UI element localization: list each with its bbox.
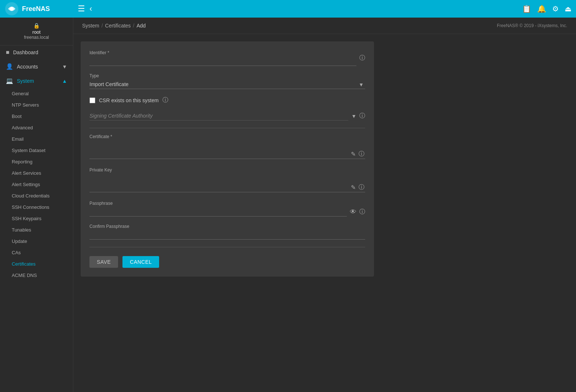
sidebar-item-cas[interactable]: CAs <box>6 247 73 258</box>
passphrase-help-icon[interactable]: ⓘ <box>359 208 365 216</box>
form-divider-2 <box>89 247 365 247</box>
topbar-icons: 📋 🔔 ⚙ ⏏ <box>522 4 572 13</box>
sidebar-item-update[interactable]: Update <box>6 236 73 247</box>
sidebar-item-dashboard[interactable]: ■ Dashboard <box>0 45 73 59</box>
sidebar-item-alert-services[interactable]: Alert Services <box>6 167 73 179</box>
private-key-textarea[interactable] <box>89 174 365 192</box>
signing-ca-arrow-icon: ▼ <box>351 113 356 119</box>
system-expand-icon: ▲ <box>62 78 67 84</box>
sidebar-item-ssh-keypairs[interactable]: SSH Keypairs <box>6 213 73 224</box>
sidebar-item-cloud-credentials[interactable]: Cloud Credentials <box>6 190 73 201</box>
lock-icon: 🔒 <box>33 23 40 29</box>
cancel-button[interactable]: CANCEL <box>122 256 159 268</box>
passphrase-row: 👁︎ ⓘ <box>89 207 365 217</box>
private-key-textarea-wrapper: ✎ ⓘ <box>89 174 365 193</box>
dashboard-icon: ■ <box>6 49 10 56</box>
certificate-actions: ✎ ⓘ <box>350 149 365 159</box>
sidebar: 🔒 root freenas.local ■ Dashboard 👤 Accou… <box>0 18 73 392</box>
certificate-textarea-wrapper: ✎ ⓘ <box>89 141 365 160</box>
sidebar-item-dashboard-label: Dashboard <box>13 49 38 55</box>
sidebar-item-reporting[interactable]: Reporting <box>6 156 73 167</box>
breadcrumb-bar: System / Certificates / Add FreeNAS® © 2… <box>73 18 576 34</box>
sidebar-item-advanced[interactable]: Advanced <box>6 122 73 133</box>
certificate-help-icon[interactable]: ⓘ <box>358 149 365 159</box>
sidebar-item-ssh-connections[interactable]: SSH Connections <box>6 201 73 213</box>
csr-label: CSR exists on this system <box>99 97 159 103</box>
signing-ca-select[interactable]: Signing Certificate Authority <box>89 111 348 121</box>
breadcrumb-certificates[interactable]: Certificates <box>105 23 131 29</box>
sidebar-item-accounts[interactable]: 👤 Accounts ▼ <box>0 59 73 74</box>
confirm-passphrase-input[interactable] <box>89 230 365 240</box>
breadcrumb-sep-2: / <box>133 23 135 29</box>
sidebar-item-tunables[interactable]: Tunables <box>6 224 73 236</box>
private-key-label: Private Key <box>89 167 365 173</box>
menu-icon[interactable]: ☰ <box>78 4 85 14</box>
accounts-expand-icon: ▼ <box>62 64 67 70</box>
certificate-textarea[interactable] <box>89 141 365 159</box>
private-key-group: Private Key ✎ ⓘ <box>89 167 365 193</box>
sidebar-item-system[interactable]: 💻 System ▲ <box>0 74 73 88</box>
signing-ca-row: Signing Certificate Authority ▼ ⓘ <box>89 111 365 121</box>
content-area: System / Certificates / Add FreeNAS® © 2… <box>73 18 576 392</box>
confirm-passphrase-label: Confirm Passphrase <box>89 224 365 229</box>
type-select-wrapper: Import Certificate Internal Certificate … <box>89 80 365 89</box>
breadcrumb-system[interactable]: System <box>82 23 99 29</box>
passphrase-eye-icon[interactable]: 👁︎ <box>350 208 356 216</box>
sidebar-item-email[interactable]: Email <box>6 133 73 145</box>
sidebar-item-certificates[interactable]: Certificates <box>6 258 73 270</box>
passphrase-input[interactable] <box>89 207 347 217</box>
back-icon[interactable]: ‹ <box>89 4 92 14</box>
identifier-input[interactable] <box>89 57 356 66</box>
passphrase-label: Passphrase <box>89 201 365 206</box>
logo-text: FreeNAS <box>22 5 50 13</box>
type-select[interactable]: Import Certificate Internal Certificate … <box>89 80 365 89</box>
signing-ca-help-icon[interactable]: ⓘ <box>359 112 365 120</box>
type-group: Type Import Certificate Internal Certifi… <box>89 73 365 89</box>
certificate-edit-icon[interactable]: ✎ <box>350 149 356 159</box>
topbar: FreeNAS ☰ ‹ 📋 🔔 ⚙ ⏏ <box>0 0 576 18</box>
identifier-row: Identifier * ⓘ <box>89 50 365 66</box>
svg-point-1 <box>10 7 14 11</box>
sidebar-item-general[interactable]: General <box>6 88 73 99</box>
breadcrumb-sep-1: / <box>102 23 103 29</box>
main-layout: 🔒 root freenas.local ■ Dashboard 👤 Accou… <box>0 18 576 392</box>
form-card: Identifier * ⓘ Type Import Certificate I… <box>81 41 374 277</box>
sidebar-user: 🔒 root freenas.local <box>0 18 73 45</box>
type-label: Type <box>89 73 365 78</box>
sidebar-item-acme-dns[interactable]: ACME DNS <box>6 270 73 281</box>
hostname: freenas.local <box>24 35 49 40</box>
csr-checkbox[interactable] <box>89 97 95 103</box>
breadcrumb-add: Add <box>137 23 146 29</box>
sidebar-item-system-label: System <box>17 78 34 84</box>
logo: FreeNAS <box>4 1 75 16</box>
sidebar-item-boot[interactable]: Boot <box>6 111 73 122</box>
signing-ca-group: Signing Certificate Authority ▼ ⓘ <box>89 111 365 121</box>
certificate-group: Certificate * ✎ ⓘ <box>89 134 365 160</box>
power-icon[interactable]: ⏏ <box>565 4 572 13</box>
freenas-version: FreeNAS® © 2019 - iXsystems, Inc. <box>497 23 567 28</box>
form-divider-1 <box>89 128 365 128</box>
private-key-edit-icon[interactable]: ✎ <box>350 183 356 192</box>
confirm-passphrase-group: Confirm Passphrase <box>89 224 365 240</box>
sidebar-item-alert-settings[interactable]: Alert Settings <box>6 179 73 190</box>
bell-icon[interactable]: 🔔 <box>537 4 546 13</box>
breadcrumb: System / Certificates / Add <box>82 23 146 29</box>
sidebar-item-system-dataset[interactable]: System Dataset <box>6 145 73 156</box>
passphrase-group: Passphrase 👁︎ ⓘ <box>89 201 365 217</box>
username: root <box>32 29 40 35</box>
csr-checkbox-row: CSR exists on this system ⓘ <box>89 96 365 104</box>
sidebar-section-main: ■ Dashboard 👤 Accounts ▼ 💻 System ▲ Gene… <box>0 45 73 281</box>
identifier-label: Identifier * <box>89 50 356 55</box>
settings-icon[interactable]: ⚙ <box>552 4 559 13</box>
csr-help-icon[interactable]: ⓘ <box>162 96 168 104</box>
save-button[interactable]: SAVE <box>89 256 118 268</box>
sidebar-item-accounts-label: Accounts <box>17 64 38 70</box>
private-key-actions: ✎ ⓘ <box>350 183 365 192</box>
private-key-help-icon[interactable]: ⓘ <box>358 183 365 192</box>
notes-icon[interactable]: 📋 <box>522 4 531 13</box>
identifier-help-icon[interactable]: ⓘ <box>359 54 365 62</box>
system-icon: 💻 <box>6 77 13 84</box>
btn-row: SAVE CANCEL <box>89 256 365 268</box>
sidebar-item-ntp-servers[interactable]: NTP Servers <box>6 99 73 111</box>
accounts-icon: 👤 <box>6 63 13 70</box>
